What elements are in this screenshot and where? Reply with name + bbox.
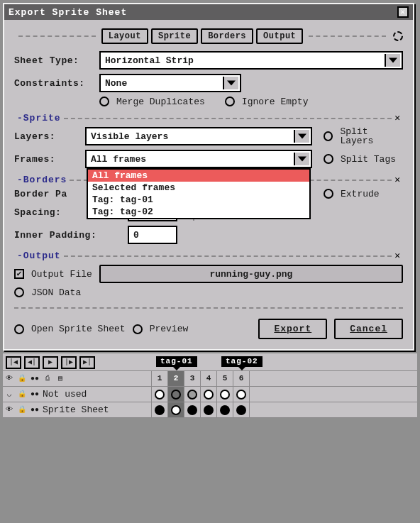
section-output: -Output ✕ <box>14 251 403 260</box>
cel[interactable] <box>201 387 217 402</box>
last-frame-button[interactable]: ▶| <box>79 356 95 369</box>
tab-output[interactable]: Output <box>256 28 303 44</box>
close-icon[interactable]: ✕ <box>397 6 409 18</box>
inner-padding-value: 0 <box>133 231 139 240</box>
output-file-checkbox[interactable]: Output File <box>14 269 92 279</box>
layers-label: Layers: <box>14 132 78 141</box>
prev-frame-button[interactable]: ◀| <box>24 356 40 369</box>
frames-icon[interactable]: ●● <box>30 405 40 415</box>
ignore-empty-checkbox[interactable]: Ignore Empty <box>225 97 309 106</box>
frames-value: All frames <box>91 155 146 164</box>
svg-marker-0 <box>389 57 397 62</box>
section-borders-title: -Borders <box>14 175 70 185</box>
json-data-checkbox[interactable]: JSON Data <box>14 287 81 297</box>
json-data-label: JSON Data <box>31 288 81 297</box>
first-frame-button[interactable]: |◀ <box>6 356 21 369</box>
next-frame-button[interactable]: |▶ <box>61 356 77 369</box>
layer-row-sprite-sheet[interactable]: 👁 🔒 ●● Sprite Sheet <box>3 402 151 418</box>
sheet-type-select[interactable]: Horizontal Strip <box>99 51 403 70</box>
ignore-empty-label: Ignore Empty <box>242 97 309 106</box>
lock-icon[interactable]: 🔒 <box>17 390 27 400</box>
timeline-grid: 👁 🔒 ●● ⎙ ▤ ◡ 🔒 ●● Not used 👁 🔒 ●● Sprite… <box>3 370 417 418</box>
cel[interactable] <box>152 402 168 417</box>
tab-borders[interactable]: Borders <box>201 28 253 44</box>
layer-name: Sprite Sheet <box>43 405 109 414</box>
svg-marker-1 <box>227 80 236 85</box>
section-output-title: -Output <box>14 251 64 260</box>
layer-column: 👁 🔒 ●● ⎙ ▤ ◡ 🔒 ●● Not used 👁 🔒 ●● Sprite… <box>3 371 152 418</box>
frames-icon[interactable]: ●● <box>30 390 40 400</box>
preview-checkbox[interactable]: Preview <box>133 324 189 334</box>
frames-option-tag01[interactable]: Tag: tag-01 <box>88 194 309 206</box>
tab-strip: Layout Sprite Borders Output <box>14 28 403 44</box>
frame-header[interactable]: 1 <box>152 371 168 386</box>
layer-menu-icon[interactable]: ▤ <box>55 374 65 384</box>
visibility-icon[interactable]: ◡ <box>4 390 14 400</box>
cel[interactable] <box>233 402 250 417</box>
section-sprite-collapse[interactable]: ✕ <box>392 114 403 123</box>
split-tags-checkbox[interactable]: Split Tags <box>324 154 396 164</box>
cel[interactable] <box>168 387 184 402</box>
split-layers-checkbox[interactable]: Split Layers <box>324 127 403 145</box>
tab-sprite[interactable]: Sprite <box>151 28 198 44</box>
visibility-icon[interactable]: 👁 <box>4 374 14 384</box>
export-sprite-sheet-dialog: Export Sprite Sheet ✕ Layout Sprite Bord… <box>3 3 414 351</box>
constraints-label: Constraints: <box>14 79 92 88</box>
frames-option-tag02[interactable]: Tag: tag-02 <box>88 206 309 218</box>
section-borders-collapse[interactable]: ✕ <box>392 175 403 185</box>
lock-icon[interactable]: 🔒 <box>17 374 27 384</box>
dialog-title: Export Sprite Sheet <box>9 8 127 17</box>
inner-padding-input[interactable]: 0 <box>128 226 177 244</box>
export-button[interactable]: Export <box>258 319 327 339</box>
cel[interactable] <box>217 402 233 417</box>
frames-option-selected[interactable]: Selected frames <box>88 182 309 194</box>
cel[interactable] <box>201 402 217 417</box>
dialog-titlebar[interactable]: Export Sprite Sheet ✕ <box>4 4 413 20</box>
frame-header[interactable]: 2 <box>168 371 184 386</box>
frames-label: Frames: <box>14 155 78 164</box>
svg-marker-2 <box>298 133 306 138</box>
section-sprite-title: -Sprite <box>14 114 64 123</box>
cel[interactable] <box>184 402 201 417</box>
frames-icon[interactable]: ●● <box>30 374 40 384</box>
play-button[interactable]: ▶ <box>43 356 58 369</box>
timeline-tag-01[interactable]: tag-01 <box>156 356 197 367</box>
tab-layout[interactable]: Layout <box>101 28 148 44</box>
preview-label: Preview <box>150 324 189 334</box>
output-file-label: Output File <box>31 270 92 279</box>
layer-add-icon[interactable]: ⎙ <box>43 374 52 384</box>
timeline-tag-02[interactable]: tag-02 <box>221 356 262 367</box>
frames-option-all[interactable]: All frames <box>88 170 309 182</box>
frame-row-not-used <box>152 387 417 402</box>
gear-icon[interactable] <box>393 31 403 41</box>
frame-header[interactable]: 3 <box>184 371 201 386</box>
layer-row-not-used[interactable]: ◡ 🔒 ●● Not used <box>3 387 151 402</box>
cel[interactable] <box>217 387 233 402</box>
sheet-type-value: Horizontal Strip <box>105 56 194 65</box>
border-padding-label: Border Pa <box>14 189 78 199</box>
constraints-select[interactable]: None <box>99 74 241 92</box>
section-output-collapse[interactable]: ✕ <box>392 251 403 260</box>
cel[interactable] <box>152 387 168 402</box>
cel[interactable] <box>233 387 250 402</box>
lock-icon[interactable]: 🔒 <box>17 405 27 415</box>
cel[interactable] <box>168 402 184 417</box>
output-file-path[interactable]: running-guy.png <box>99 265 403 283</box>
frame-header[interactable]: 4 <box>201 371 217 386</box>
frames-select[interactable]: All frames All frames Selected frames Ta… <box>85 150 312 168</box>
extrude-checkbox[interactable]: Extrude <box>324 189 380 199</box>
frame-header[interactable]: 6 <box>233 371 250 386</box>
timeline: |◀ ◀| ▶ |▶ ▶| tag-01 tag-02 👁 🔒 ●● ⎙ ▤ ◡ <box>3 353 417 418</box>
frames-dropdown: All frames Selected frames Tag: tag-01 T… <box>87 168 311 219</box>
layers-select[interactable]: Visible layers <box>85 127 312 145</box>
sheet-type-label: Sheet Type: <box>14 56 92 65</box>
open-sprite-sheet-checkbox[interactable]: Open Sprite Sheet <box>14 324 126 334</box>
frame-header[interactable]: 5 <box>217 371 233 386</box>
merge-duplicates-checkbox[interactable]: Merge Duplicates <box>99 97 205 106</box>
cel[interactable] <box>184 387 201 402</box>
dialog-button-row: Open Sprite Sheet Preview Export Cancel <box>14 307 403 339</box>
timeline-tags: tag-01 tag-02 <box>152 356 417 370</box>
cancel-button[interactable]: Cancel <box>334 319 403 339</box>
visibility-icon[interactable]: 👁 <box>4 405 14 415</box>
open-sprite-sheet-label: Open Sprite Sheet <box>31 324 126 334</box>
